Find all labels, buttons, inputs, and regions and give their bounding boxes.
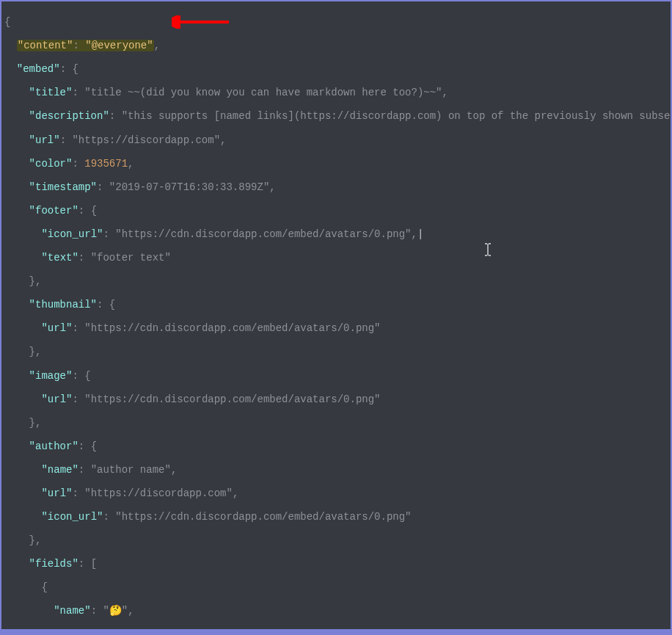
timestamp-key: "timestamp" (29, 181, 97, 193)
thumbnail-key: "thumbnail" (29, 299, 97, 311)
footer-iconurl-value: "https://cdn.discordapp.com/embed/avatar… (115, 228, 411, 240)
brace-close: }, (29, 534, 42, 546)
url-value: "https://discordapp.com" (72, 134, 220, 146)
author-iconurl-value: "https://cdn.discordapp.com/embed/avatar… (115, 511, 411, 523)
brace-open: { (4, 16, 10, 28)
image-key: "image" (29, 370, 73, 382)
footer-key: "footer" (29, 205, 78, 217)
image-url-value: "https://cdn.discordapp.com/embed/avatar… (84, 393, 380, 405)
author-key: "author" (29, 440, 78, 452)
brace-close: }, (29, 346, 42, 358)
text-cursor: | (417, 228, 423, 240)
author-iconurl-key: "icon_url" (41, 511, 103, 523)
url-key: "url" (29, 134, 60, 146)
timestamp-value: "2019-07-07T16:30:33.899Z" (109, 181, 269, 193)
description-key: "description" (29, 110, 109, 122)
brace-close: }, (29, 275, 42, 287)
author-name-value: "author name" (91, 464, 171, 476)
field-name-key: "name" (54, 605, 90, 617)
footer-text-value: "footer text" (91, 252, 171, 264)
code-editor[interactable]: { "content": "@everyone", "embed": { "ti… (1, 1, 671, 629)
content-key-value: "content": "@everyone" (17, 40, 154, 51)
embed-key: "embed" (17, 63, 60, 75)
footer-text-key: "text" (41, 252, 78, 264)
field-name-value: "🤔" (103, 605, 128, 617)
brace-open: { (41, 581, 47, 593)
author-name-key: "name" (41, 464, 78, 476)
description-value: "this supports [named links](https://dis… (122, 110, 671, 122)
thumbnail-url-value: "https://cdn.discordapp.com/embed/avatar… (84, 322, 380, 334)
fields-key: "fields" (29, 558, 78, 570)
author-url-key: "url" (41, 487, 72, 499)
color-key: "color" (29, 158, 73, 170)
image-url-key: "url" (41, 393, 72, 405)
title-key: "title" (29, 87, 73, 98)
title-value: "title ~~(did you know you can have mark… (84, 87, 442, 98)
author-url-value: "https://discordapp.com" (84, 487, 233, 499)
footer-iconurl-key: "icon_url" (41, 228, 103, 240)
brace-close: }, (29, 417, 42, 429)
thumbnail-url-key: "url" (41, 322, 72, 334)
color-value: 1935671 (84, 158, 128, 170)
